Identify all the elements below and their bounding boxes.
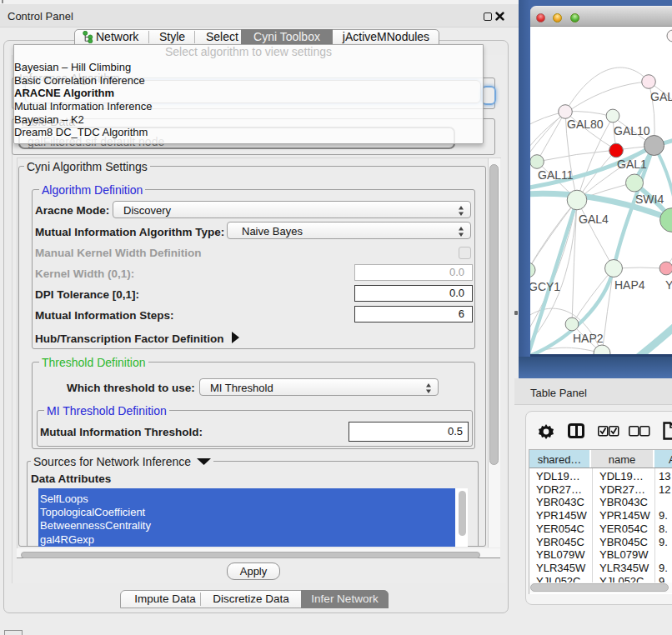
- svg-text:SWI4: SWI4: [635, 192, 664, 206]
- svg-text:HAP2: HAP2: [573, 332, 604, 345]
- svg-text:Y: Y: [665, 278, 672, 292]
- svg-text:GAL4: GAL4: [579, 212, 609, 226]
- svg-text:GAL80: GAL80: [567, 118, 604, 131]
- svg-text:GAL10: GAL10: [614, 124, 650, 138]
- svg-text:GAL1: GAL1: [617, 158, 647, 171]
- svg-text:HAP4: HAP4: [614, 278, 645, 292]
- svg-text:GAL11: GAL11: [538, 168, 574, 182]
- svg-text:GAL7: GAL7: [650, 90, 672, 103]
- svg-text:GCY1: GCY1: [530, 280, 560, 293]
